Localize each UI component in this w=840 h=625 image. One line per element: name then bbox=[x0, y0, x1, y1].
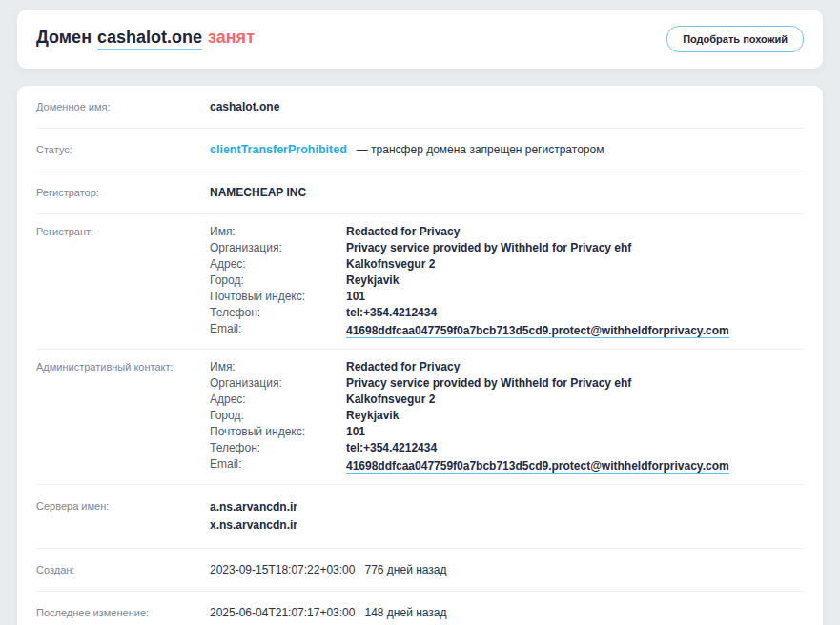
status-code-link[interactable]: clientTransferProhibited bbox=[210, 143, 347, 156]
field-label: Имя: bbox=[210, 359, 346, 375]
contact-field-postal-code: Почтовый индекс: 101 bbox=[210, 424, 729, 440]
created-ago: 776 дней назад bbox=[364, 563, 446, 577]
registrant-fields: Имя: Redacted for Privacy Организация: P… bbox=[210, 224, 729, 339]
status-label: Статус: bbox=[36, 142, 210, 157]
row-domain-name: Доменное имя: cashalot.one bbox=[36, 86, 804, 128]
row-registrar: Регистратор: NAMECHEAP INC bbox=[36, 171, 804, 213]
field-label: Email: bbox=[210, 321, 346, 339]
field-value: Kalkofnsvegur 2 bbox=[346, 256, 435, 272]
field-label: Почтовый индекс: bbox=[210, 289, 346, 305]
domain-name-value: cashalot.one bbox=[210, 100, 279, 114]
field-label: Город: bbox=[210, 272, 346, 289]
field-value: 101 bbox=[346, 424, 365, 440]
field-label: Телефон: bbox=[210, 305, 346, 321]
field-value: tel:+354.4212434 bbox=[346, 440, 437, 456]
field-label: Телефон: bbox=[210, 440, 346, 456]
field-value: Reykjavik bbox=[346, 272, 399, 289]
contact-field-organization: Организация: Privacy service provided by… bbox=[210, 375, 729, 392]
registrant-label: Регистрант: bbox=[36, 224, 210, 239]
whois-page: Домен cashalot.one занят Подобрать похож… bbox=[0, 10, 840, 625]
field-label: Организация: bbox=[210, 375, 346, 392]
nameservers-label: Сервера имен: bbox=[36, 498, 210, 514]
row-registrant: Регистрант: Имя: Redacted for Privacy Ор… bbox=[36, 213, 804, 349]
field-value: Privacy service provided by Withheld for… bbox=[346, 240, 631, 256]
field-label: Почтовый индекс: bbox=[210, 424, 346, 440]
registrant-email-link[interactable]: 41698ddfcaa047759f0a7bcb713d5cd9.protect… bbox=[346, 324, 729, 338]
row-status: Статус: clientTransferProhibited — транс… bbox=[36, 128, 804, 171]
domain-name-label: Доменное имя: bbox=[36, 99, 210, 114]
status-note: — трансфер домена запрещен регистратором bbox=[357, 143, 604, 157]
contact-field-city: Город: Reykjavik bbox=[210, 408, 729, 424]
find-similar-button[interactable]: Подобрать похожий bbox=[666, 26, 804, 52]
contact-field-email: Email: 41698ddfcaa047759f0a7bcb713d5cd9.… bbox=[210, 321, 729, 339]
field-label: Город: bbox=[210, 408, 346, 424]
registrar-value: NAMECHEAP INC bbox=[210, 186, 306, 200]
created-label: Создан: bbox=[36, 562, 210, 577]
row-created: Создан: 2023-09-15T18:07:22+03:00 776 дн… bbox=[36, 548, 804, 591]
field-label: Имя: bbox=[210, 224, 346, 240]
field-label: Организация: bbox=[210, 240, 346, 256]
contact-field-postal-code: Почтовый индекс: 101 bbox=[210, 289, 729, 305]
field-value: 101 bbox=[346, 289, 365, 305]
contact-field-phone: Телефон: tel:+354.4212434 bbox=[210, 440, 729, 456]
created-date: 2023-09-15T18:07:22+03:00 bbox=[210, 563, 364, 577]
contact-field-phone: Телефон: tel:+354.4212434 bbox=[210, 305, 729, 321]
last-updated-label: Последнее изменение: bbox=[36, 605, 210, 620]
contact-field-organization: Организация: Privacy service provided by… bbox=[210, 240, 729, 256]
header-card: Домен cashalot.one занят Подобрать похож… bbox=[17, 10, 823, 69]
contact-field-email: Email: 41698ddfcaa047759f0a7bcb713d5cd9.… bbox=[210, 456, 729, 474]
domain-link[interactable]: cashalot.one bbox=[97, 28, 202, 50]
field-value: Privacy service provided by Withheld for… bbox=[346, 375, 631, 392]
nameserver-list: a.ns.arvancdn.ir x.ns.arvancdn.ir bbox=[210, 498, 297, 534]
contact-field-city: Город: Reykjavik bbox=[210, 272, 729, 289]
admin-contact-label: Административный контакт: bbox=[36, 359, 210, 374]
field-value: Kalkofnsvegur 2 bbox=[346, 392, 435, 408]
status-word: занят bbox=[208, 28, 255, 48]
registrar-label: Регистратор: bbox=[36, 185, 210, 200]
contact-field-address: Адрес: Kalkofnsvegur 2 bbox=[210, 392, 729, 408]
row-admin-contact: Административный контакт: Имя: Redacted … bbox=[36, 349, 804, 484]
title-prefix: Домен bbox=[36, 28, 92, 48]
field-value: Redacted for Privacy bbox=[346, 359, 460, 375]
contact-field-name: Имя: Redacted for Privacy bbox=[210, 224, 729, 240]
whois-details-card: Доменное имя: cashalot.one Статус: clien… bbox=[17, 86, 823, 625]
contact-field-address: Адрес: Kalkofnsvegur 2 bbox=[210, 256, 729, 272]
admin-contact-email-link[interactable]: 41698ddfcaa047759f0a7bcb713d5cd9.protect… bbox=[346, 459, 729, 474]
contact-field-name: Имя: Redacted for Privacy bbox=[210, 359, 729, 375]
field-label: Адрес: bbox=[210, 256, 346, 272]
field-label: Адрес: bbox=[210, 392, 346, 408]
nameserver-item: a.ns.arvancdn.ir bbox=[210, 498, 297, 516]
nameserver-item: x.ns.arvancdn.ir bbox=[210, 516, 297, 534]
field-value: tel:+354.4212434 bbox=[346, 305, 437, 321]
field-value: Redacted for Privacy bbox=[346, 224, 460, 240]
row-nameservers: Сервера имен: a.ns.arvancdn.ir x.ns.arva… bbox=[36, 484, 804, 548]
page-title: Домен cashalot.one занят bbox=[36, 28, 255, 50]
last-updated-date: 2025-06-04T21:07:17+03:00 bbox=[210, 606, 364, 620]
row-last-updated: Последнее изменение: 2025-06-04T21:07:17… bbox=[36, 591, 804, 625]
last-updated-ago: 148 дней назад bbox=[364, 606, 446, 620]
admin-contact-fields: Имя: Redacted for Privacy Организация: P… bbox=[210, 359, 729, 474]
field-label: Email: bbox=[210, 456, 346, 474]
field-value: Reykjavik bbox=[346, 408, 399, 424]
